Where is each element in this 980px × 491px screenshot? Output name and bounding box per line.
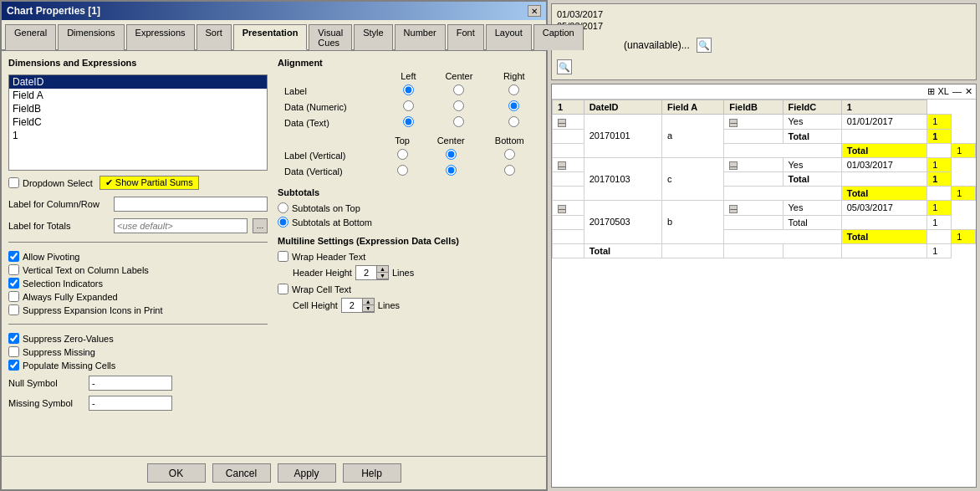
align-data-v-center-radio[interactable] xyxy=(422,163,480,179)
tab-caption[interactable]: Caption xyxy=(533,24,584,50)
dim-item-fieldb[interactable]: FieldB xyxy=(9,102,267,115)
tab-sort[interactable]: Sort xyxy=(197,24,232,50)
null-symbol-input[interactable] xyxy=(89,376,172,391)
align-label-right-radio[interactable] xyxy=(488,83,539,99)
date-from: 01/03/2017 xyxy=(557,9,971,19)
label-column-input[interactable] xyxy=(114,197,268,212)
header-height-up-btn[interactable]: ▲ xyxy=(376,266,388,273)
dim-item-fieldc[interactable]: FieldC xyxy=(9,115,267,129)
td-total-fieldc-1: Total xyxy=(783,129,841,143)
td-collapse-fieldb-2[interactable]: — xyxy=(724,157,783,172)
align-text-right-radio[interactable] xyxy=(488,115,539,130)
td-collapse-fieldb-1[interactable]: — xyxy=(724,115,783,130)
label-totals-input[interactable] xyxy=(114,218,248,233)
toolbar-minimize-icon[interactable]: — xyxy=(952,86,962,97)
td-collapse-fieldb-3[interactable]: — xyxy=(724,201,783,216)
suppress-zero-checkbox[interactable] xyxy=(8,333,19,344)
align-text-left-radio[interactable] xyxy=(387,115,429,130)
align-label-v-center-radio[interactable] xyxy=(422,147,480,163)
populate-missing-checkbox[interactable] xyxy=(8,360,19,371)
dimension-list[interactable]: DateID Field A FieldB FieldC 1 xyxy=(8,74,268,171)
wrap-header-checkbox[interactable] xyxy=(278,251,288,262)
td-collapse-2[interactable]: — xyxy=(553,157,584,172)
cell-height-up-btn[interactable]: ▲ xyxy=(362,299,374,305)
table-row: — 20170503 b — Yes 05/03/2017 1 xyxy=(553,201,976,216)
apply-button[interactable]: Apply xyxy=(278,463,336,483)
td-fieldc-yes-2: Yes xyxy=(783,157,841,172)
cell-height-down-btn[interactable]: ▼ xyxy=(362,305,374,312)
dim-item-1[interactable]: 1 xyxy=(9,129,267,142)
align-text-center-radio[interactable] xyxy=(429,115,488,130)
cell-height-input[interactable] xyxy=(342,299,362,312)
header-height-down-btn[interactable]: ▼ xyxy=(376,273,388,279)
allow-pivoting-checkbox[interactable] xyxy=(8,251,19,262)
toolbar-close-icon[interactable]: ✕ xyxy=(965,86,972,97)
td-empty-4 xyxy=(724,143,842,157)
wrap-cell-label: Wrap Cell Text xyxy=(292,284,351,294)
align-data-v-bottom-radio[interactable] xyxy=(480,163,539,179)
td-empty-11 xyxy=(553,215,584,229)
always-expanded-checkbox[interactable] xyxy=(8,291,19,302)
align-label-left-radio[interactable] xyxy=(387,83,429,99)
align-label-v-bottom-radio[interactable] xyxy=(480,147,539,163)
wrap-cell-row: Wrap Cell Text xyxy=(278,284,539,294)
tab-style[interactable]: Style xyxy=(354,24,392,50)
td-val2-3: 1 xyxy=(927,201,952,216)
tab-general[interactable]: General xyxy=(5,24,56,50)
header-height-input[interactable] xyxy=(356,266,376,279)
tab-number[interactable]: Number xyxy=(395,24,446,50)
tab-presentation[interactable]: Presentation xyxy=(233,24,308,50)
wrap-cell-checkbox[interactable] xyxy=(278,284,288,294)
show-partial-sums-button[interactable]: ✔ Show Partial Sums xyxy=(100,176,199,190)
toolbar-grid-icon[interactable]: ⊞ xyxy=(927,86,935,97)
suppress-missing-checkbox[interactable] xyxy=(8,346,19,357)
td-collapse-1[interactable]: — xyxy=(553,115,584,130)
date-to: 05/03/2017 xyxy=(557,21,971,31)
allow-pivoting-row: Allow Pivoting xyxy=(8,251,268,262)
align-numeric-center-radio[interactable] xyxy=(429,99,488,115)
missing-symbol-input[interactable] xyxy=(89,396,172,411)
selection-indicators-checkbox[interactable] xyxy=(8,278,19,289)
dialog-content: Dimensions and Expressions DateID Field … xyxy=(2,51,546,456)
align-numeric-right-radio[interactable] xyxy=(488,99,539,115)
toolbar-xl-icon[interactable]: XL xyxy=(938,86,949,97)
dim-item-fielda[interactable]: Field A xyxy=(9,89,267,102)
tab-dimensions[interactable]: Dimensions xyxy=(58,24,124,50)
subtotals-top-radio[interactable] xyxy=(278,202,288,213)
unavailable-row: (unavailable)... 🔍 xyxy=(557,38,971,53)
tab-layout[interactable]: Layout xyxy=(486,24,532,50)
vertical-text-checkbox[interactable] xyxy=(8,264,19,275)
align-numeric-left-radio[interactable] xyxy=(387,99,429,115)
align-col-right: Right xyxy=(488,69,539,83)
suppress-expansion-checkbox[interactable] xyxy=(8,304,19,315)
td-fielda-3: b xyxy=(662,201,724,244)
label-totals-browse-button[interactable]: … xyxy=(253,218,268,233)
header-height-label: Header Height xyxy=(293,268,352,278)
th-fieldb: FieldB xyxy=(724,100,783,115)
td-collapse-3[interactable]: — xyxy=(553,201,584,216)
help-button[interactable]: Help xyxy=(343,463,401,483)
cell-height-spinner[interactable]: ▲ ▼ xyxy=(341,298,375,313)
search-bar[interactable]: 🔍 xyxy=(557,59,572,74)
align-label-center-radio[interactable] xyxy=(429,83,488,99)
align-data-v-top-radio[interactable] xyxy=(382,163,421,179)
td-val1-date-2: 01/03/2017 xyxy=(841,157,927,172)
align-label-v-top-radio[interactable] xyxy=(382,147,421,163)
subtotals-bottom-label: Subtotals at Bottom xyxy=(292,217,372,228)
tab-font[interactable]: Font xyxy=(447,24,484,50)
close-button[interactable]: ✕ xyxy=(528,5,541,17)
cancel-button[interactable]: Cancel xyxy=(212,463,271,483)
ok-button[interactable]: OK xyxy=(147,463,206,483)
tabs-bar: General Dimensions Expressions Sort Pres… xyxy=(2,20,546,51)
dim-item-dateid[interactable]: DateID xyxy=(9,75,267,89)
subtotals-bottom-radio[interactable] xyxy=(278,217,288,228)
dropdown-select-checkbox[interactable] xyxy=(8,177,19,188)
tab-expressions[interactable]: Expressions xyxy=(126,24,195,50)
tab-visual-cues[interactable]: Visual Cues xyxy=(309,24,352,50)
header-height-spinner[interactable]: ▲ ▼ xyxy=(355,265,389,280)
td-val1-date-1: 01/01/2017 xyxy=(841,115,927,130)
td-fieldc-yes-1: Yes xyxy=(783,115,841,130)
search-button-1[interactable]: 🔍 xyxy=(697,38,712,53)
date-range-display: 01/03/2017 05/03/2017 xyxy=(557,9,971,31)
header-lines-label: Lines xyxy=(392,268,414,278)
